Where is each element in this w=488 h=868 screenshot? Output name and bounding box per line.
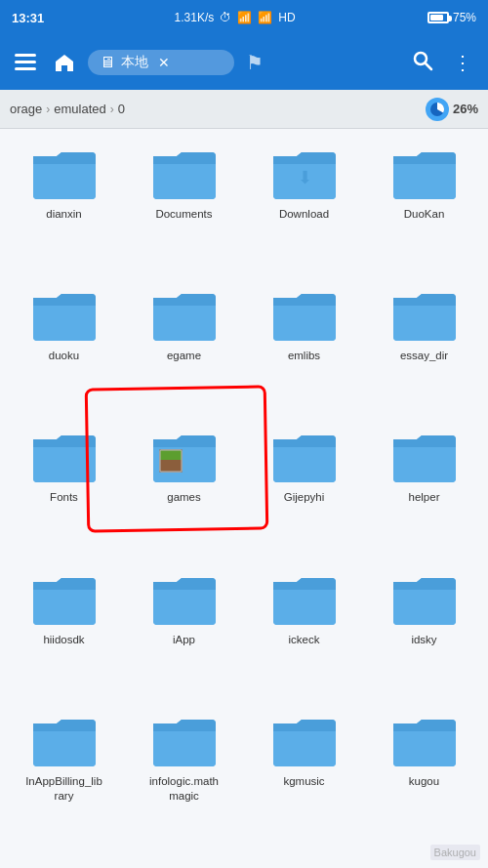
signal-icon: 📶	[258, 11, 272, 24]
folder-icon	[149, 570, 220, 629]
svg-line-4	[426, 62, 432, 69]
file-item[interactable]: idsky	[364, 562, 484, 704]
file-item[interactable]: InAppBilling_library	[4, 704, 124, 860]
folder-icon	[149, 428, 220, 486]
folder-icon	[269, 712, 340, 770]
file-item[interactable]: Documents	[124, 137, 244, 278]
breadcrumb-arrow-1: ›	[46, 103, 50, 116]
folder-icon	[389, 570, 460, 629]
status-right: 75%	[426, 11, 476, 24]
file-item[interactable]: hiidosdk	[4, 562, 124, 704]
bookmark-icon[interactable]: ⚑	[242, 47, 267, 78]
hd-badge: HD	[278, 11, 295, 24]
file-item[interactable]: iApp	[124, 562, 244, 704]
file-label: Documents	[155, 207, 212, 222]
search-icon[interactable]	[406, 46, 439, 80]
file-label: hiidosdk	[43, 633, 84, 647]
file-label: InAppBilling_library	[25, 774, 103, 804]
network-speed: 1.31K/s	[175, 11, 215, 24]
file-item[interactable]: helper	[364, 420, 484, 561]
tab-label: 本地	[121, 54, 148, 71]
file-label: essay_dir	[400, 349, 448, 363]
storage-pie-icon	[426, 98, 449, 121]
file-item[interactable]: Fonts	[4, 420, 124, 561]
battery-percent: 75%	[453, 11, 476, 24]
file-item[interactable]: essay_dir	[364, 278, 484, 420]
svg-rect-1	[15, 61, 36, 63]
menu-icon[interactable]	[10, 50, 41, 75]
file-item[interactable]: kgmusic	[244, 704, 364, 860]
file-label: games	[167, 490, 201, 505]
breadcrumb-arrow-2: ›	[110, 103, 114, 116]
folder-icon	[149, 286, 220, 345]
svg-rect-8	[160, 450, 182, 460]
breadcrumb: orage › emulated › 0 26%	[0, 90, 488, 129]
file-label: ickeck	[289, 633, 320, 647]
file-label: iApp	[173, 633, 195, 647]
folder-icon: ⬇	[269, 145, 340, 203]
file-item[interactable]: emlibs	[244, 278, 364, 420]
folder-icon	[269, 428, 340, 486]
more-icon[interactable]: ⋮	[447, 47, 478, 78]
clock-icon: ⏱	[220, 11, 231, 24]
folder-icon	[149, 145, 220, 203]
file-label: kgmusic	[283, 774, 324, 789]
folder-icon	[29, 145, 100, 203]
file-grid: dianxin Documents ⬇ Download DuoKan duok…	[0, 129, 488, 868]
file-item[interactable]: egame	[124, 278, 244, 420]
folder-icon	[269, 286, 340, 345]
file-item[interactable]: Gijepyhi	[244, 420, 364, 561]
top-nav: 🖥 本地 ✕ ⚑ ⋮	[0, 35, 488, 90]
svg-rect-0	[15, 54, 36, 57]
file-item[interactable]: infologic.mathmagic	[124, 704, 244, 860]
svg-text:⬇: ⬇	[297, 168, 311, 187]
folder-icon	[389, 428, 460, 486]
file-item[interactable]: DuoKan	[364, 137, 484, 278]
folder-icon	[29, 286, 100, 345]
file-item[interactable]: games	[124, 420, 244, 561]
file-item[interactable]: duoku	[4, 278, 124, 420]
folder-icon	[29, 712, 100, 770]
watermark: Bakugou	[430, 843, 480, 860]
breadcrumb-zero: 0	[118, 102, 125, 116]
file-item[interactable]: ickeck	[244, 562, 364, 704]
status-center: 1.31K/s ⏱ 📶 📶 HD	[175, 11, 296, 24]
folder-icon	[269, 570, 340, 629]
folder-icon	[29, 570, 100, 629]
file-label: helper	[409, 490, 440, 505]
svg-rect-2	[15, 67, 36, 70]
file-item[interactable]: dianxin	[4, 137, 124, 278]
breadcrumb-storage: orage	[10, 102, 42, 116]
file-label: Fonts	[50, 490, 78, 505]
file-label: duoku	[49, 349, 79, 363]
file-item[interactable]: kugou	[364, 704, 484, 860]
folder-icon	[389, 286, 460, 345]
file-label: dianxin	[46, 207, 81, 222]
file-label: kugou	[409, 774, 439, 789]
folder-icon	[29, 428, 100, 486]
storage-percent: 26%	[453, 102, 478, 116]
file-label: DuoKan	[404, 207, 445, 222]
file-label: idsky	[411, 633, 436, 647]
file-label: Download	[279, 207, 329, 222]
file-label: emlibs	[288, 349, 320, 363]
file-label: infologic.mathmagic	[145, 774, 224, 804]
battery-icon	[427, 12, 449, 23]
status-bar: 13:31 1.31K/s ⏱ 📶 📶 HD 75%	[0, 0, 488, 35]
breadcrumb-emulated: emulated	[54, 102, 105, 116]
folder-icon	[389, 712, 460, 770]
wifi-icon: 📶	[237, 11, 252, 24]
svg-rect-9	[160, 460, 182, 472]
tab-close-icon[interactable]: ✕	[158, 55, 170, 70]
current-tab[interactable]: 🖥 本地 ✕	[88, 50, 234, 75]
folder-icon	[389, 145, 460, 203]
tab-icon: 🖥	[100, 54, 115, 71]
home-icon[interactable]	[49, 48, 80, 77]
file-label: egame	[167, 349, 201, 363]
file-item[interactable]: ⬇ Download	[244, 137, 364, 278]
folder-icon	[149, 712, 220, 770]
file-label: Gijepyhi	[284, 490, 325, 505]
status-time: 13:31	[12, 11, 44, 25]
